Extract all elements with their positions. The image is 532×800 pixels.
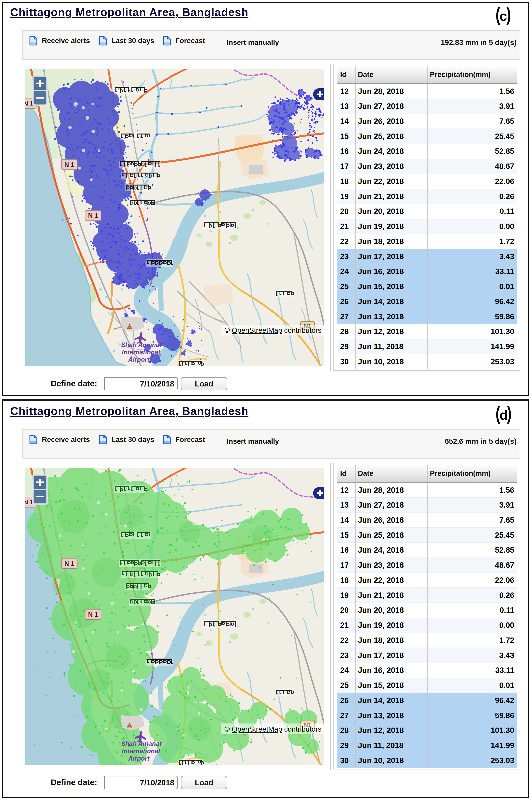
svg-text:International: International — [122, 349, 160, 356]
svg-text:Shah Amanat: Shah Amanat — [121, 341, 162, 348]
svg-text:International: International — [122, 747, 160, 754]
svg-text:Shah Amanat: Shah Amanat — [121, 740, 162, 747]
svg-text:© OpenStreetMap contributors: © OpenStreetMap contributors — [225, 326, 321, 334]
svg-text:N 1: N 1 — [88, 611, 98, 618]
svg-text:N 1: N 1 — [64, 560, 74, 567]
svg-text:N 1: N 1 — [25, 100, 33, 107]
svg-text:Airport: Airport — [128, 755, 150, 762]
svg-text:N 1: N 1 — [25, 498, 33, 506]
svg-text:Airport: Airport — [128, 356, 150, 363]
svg-text:© OpenStreetMap contributors: © OpenStreetMap contributors — [225, 725, 321, 733]
svg-text:N 1: N 1 — [88, 212, 98, 219]
svg-text:N 1: N 1 — [64, 161, 74, 168]
